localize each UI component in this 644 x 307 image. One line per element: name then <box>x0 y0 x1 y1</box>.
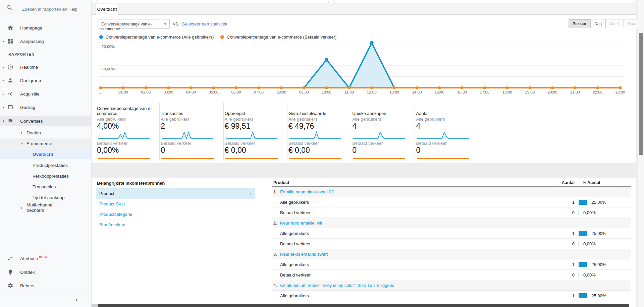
sidebar-item-label: Transacties <box>33 184 56 189</box>
card-title: Unieke aankopen <box>352 103 409 116</box>
segment-label: Alle gebruikers <box>280 200 309 205</box>
card-segment-label: Alle gebruikers <box>352 117 381 122</box>
tab-overzicht[interactable]: Overzicht <box>96 4 118 15</box>
sidebar-item-label: Productprestaties <box>33 163 68 168</box>
card-sparkline <box>416 131 470 141</box>
revenue-sources-table: Belangrijkste inkomstenbronnen Product▸P… <box>96 180 255 230</box>
chevron-collapsed-icon[interactable]: ▸ <box>21 206 23 209</box>
sidebar-item-realtime[interactable]: ▸Realtime <box>0 61 91 73</box>
chevron-collapsed-icon[interactable]: ▸ <box>3 79 4 82</box>
segment-percent: 0,00% <box>583 210 596 215</box>
svg-text:15:00: 15:00 <box>435 90 444 94</box>
col-product: Product <box>273 180 289 185</box>
legend-label: Conversiepercentage van e-commerce (Alle… <box>106 35 214 40</box>
revenue-source-label: Productcategorie <box>99 212 132 217</box>
sidebar-search[interactable]: Zoeken in rapporten en Help <box>0 0 91 20</box>
range-button-dag[interactable]: Dag <box>590 19 606 28</box>
sidebar-item-multi-channel[interactable]: ▸Multi-channel trechters <box>0 202 91 213</box>
card-sparkline <box>97 131 151 141</box>
flag-icon <box>7 118 13 124</box>
product-link[interactable]: Emaille naamplaat ovaal 02 <box>280 189 334 194</box>
vertical-scrollbar-thumb[interactable] <box>639 33 643 155</box>
card-segment-value: € 99,51 <box>225 122 251 131</box>
sidebar-item-gedrag[interactable]: ▸Gedrag <box>0 102 91 113</box>
sidebar-item-tijd-tot-aankoop[interactable]: Tijd tot aankoop <box>0 192 91 202</box>
legend-item-betaald-verkeer: Conversiepercentage van e-commerce (Beta… <box>220 35 336 40</box>
metric-cards: Conversiepercentage van e-commerceAlle g… <box>91 103 636 162</box>
range-button-per-uur[interactable]: Per uur <box>569 19 591 28</box>
col-aantal: Aantal <box>541 180 575 185</box>
segment-percent: 25,00% <box>591 293 606 298</box>
window-icon <box>7 104 13 110</box>
metric-card-6: AantalAlle gebruikers4Betaald verkeer0 <box>415 103 479 160</box>
sidebar-item-attributie[interactable]: AttributieBÈTA <box>0 253 91 264</box>
chart-panel: Conversiepercentage van e-commerce ▼ VS.… <box>91 15 636 163</box>
metric-card-3: OpbrengstAlle gebruikers€ 99,51Betaald v… <box>224 103 287 160</box>
metric-dropdown[interactable]: Conversiepercentage van e-commerce ▼ <box>98 19 170 29</box>
product-rank: 4. <box>273 283 277 288</box>
svg-text:17:00: 17:00 <box>480 90 490 94</box>
percent-bar <box>579 210 579 215</box>
percent-bar <box>579 262 587 267</box>
chevron-collapsed-icon[interactable]: ▸ <box>21 131 23 134</box>
sidebar-item-overzicht[interactable]: Overzicht <box>0 149 91 159</box>
header-remnant-box-1 <box>96 0 330 3</box>
percent-bar <box>579 200 587 205</box>
card-sparkline <box>352 131 406 141</box>
chevron-collapsed-icon[interactable]: ▸ <box>3 65 4 69</box>
sidebar-item-ontdek[interactable]: Ontdek <box>0 266 91 278</box>
analytics-app: Zoeken in rapporten en Help Homepage▸Aan… <box>0 0 644 307</box>
sidebar-collapse-button[interactable]: ‹ <box>72 295 82 304</box>
header-remnant-box-2 <box>333 0 635 3</box>
sidebar-item-aanpassing[interactable]: ▸Aanpassing <box>0 36 91 47</box>
chevron-expanded-icon[interactable]: ▾ <box>21 142 23 145</box>
revenue-source-row-product[interactable]: Product▸ <box>96 188 255 199</box>
sidebar-item-transacties[interactable]: Transacties <box>0 182 91 192</box>
chevron-expanded-icon[interactable]: ▾ <box>3 119 4 123</box>
attribution-icon <box>7 255 13 261</box>
svg-text:08:00: 08:00 <box>276 90 286 94</box>
search-icon <box>6 4 13 11</box>
sidebar-item-doelgroep[interactable]: ▸Doelgroep <box>0 75 91 86</box>
sidebar-item-label: Conversies <box>20 119 43 124</box>
card-sparkline-paid <box>161 156 214 162</box>
sidebar-item-ecommerce[interactable]: ▾E-commerce <box>0 138 91 148</box>
product-link[interactable]: kleur tekst emaille: zwart <box>280 252 328 257</box>
chevron-collapsed-icon[interactable]: ▸ <box>3 106 4 109</box>
horizontal-scrollbar[interactable] <box>98 304 629 307</box>
sidebar-item-homepage[interactable]: Homepage <box>0 22 91 34</box>
select-metric-link[interactable]: Selecteer een statistiek <box>182 21 227 26</box>
product-link[interactable]: kleur bord emaille: wit <box>280 221 322 226</box>
segment-label: Alle gebruikers <box>280 293 309 298</box>
sidebar-item-beheer[interactable]: Beheer <box>0 280 91 291</box>
vertical-scrollbar[interactable] <box>638 0 644 307</box>
sidebar-item-acquisitie[interactable]: ▸Acquisitie <box>0 88 91 100</box>
segment-count: 0 <box>541 210 575 215</box>
product-segment-row: Alle gebruikers125,00% <box>272 259 631 270</box>
percent-bar <box>579 272 579 278</box>
card-segment-value: € 0,00 <box>288 146 310 155</box>
sidebar-item-conversies[interactable]: ▾Conversies <box>0 116 91 126</box>
revenue-source-row-bron-medium[interactable]: Bron/medium <box>96 220 255 230</box>
gear-icon <box>7 283 13 289</box>
revenue-source-row-product-sku[interactable]: Product-SKU <box>96 199 255 209</box>
card-sparkline-paid <box>416 156 470 162</box>
revenue-source-row-productcategorie[interactable]: Productcategorie <box>96 209 255 220</box>
percent-bar <box>579 293 587 298</box>
chevron-collapsed-icon[interactable]: ▸ <box>3 92 4 96</box>
svg-text:10:00: 10:00 <box>322 90 331 94</box>
card-segment-value: 4,00% <box>97 122 119 131</box>
sidebar-item-productprestaties[interactable]: Productprestaties <box>0 160 91 170</box>
sidebar-item-label: E-commerce <box>26 141 52 146</box>
product-link[interactable]: wit aluminium model "Grey is my color": … <box>280 283 394 288</box>
card-segment-label: Betaald verkeer <box>97 141 127 146</box>
sidebar-item-verkoopprestaties[interactable]: Verkoopprestaties <box>0 171 91 181</box>
sidebar-item-doelen[interactable]: ▸Doelen <box>0 128 91 138</box>
col-pct-aantal: % Aantal <box>583 180 600 185</box>
card-sparkline-paid <box>288 156 342 162</box>
svg-text:03:00: 03:00 <box>164 90 173 94</box>
chevron-collapsed-icon[interactable]: ▸ <box>3 40 4 43</box>
sidebar-item-label: Beheer <box>20 283 35 288</box>
svg-text:20,00%: 20,00% <box>102 45 115 49</box>
metric-card-5: Unieke aankopenAlle gebruikers4Betaald v… <box>351 103 415 160</box>
